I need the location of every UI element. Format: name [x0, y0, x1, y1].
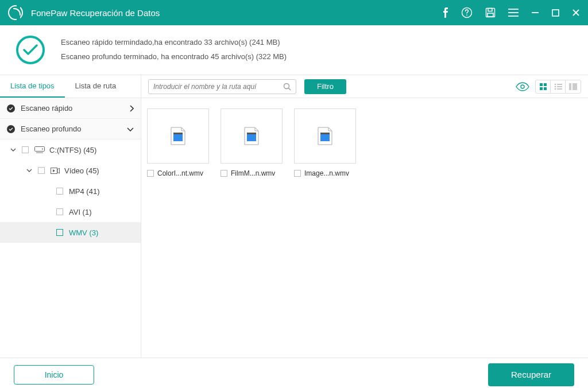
tab-types[interactable]: Lista de tipos — [0, 75, 65, 98]
svg-rect-29 — [572, 83, 577, 90]
tree-avi[interactable]: AVI (1) — [0, 201, 141, 222]
check-badge — [16, 36, 45, 64]
svg-point-15 — [284, 83, 289, 88]
grid-view-icon[interactable] — [536, 80, 551, 93]
checkbox[interactable] — [220, 170, 227, 177]
preview-icon[interactable] — [516, 82, 529, 91]
svg-point-26 — [554, 88, 556, 90]
file-item[interactable]: Image...n.wmv — [294, 108, 356, 177]
tree-deep-label: Escaneo profundo — [21, 125, 82, 133]
svg-rect-2 — [488, 9, 492, 11]
chevron-down-icon — [10, 148, 16, 152]
checkbox[interactable] — [38, 167, 45, 174]
file-grid: ColorI...nt.wmv FilmM...n.wmv Image...n.… — [141, 98, 588, 358]
close-icon[interactable] — [572, 9, 580, 17]
window-controls — [442, 7, 580, 18]
scan-status: Escaneo rápido termindado,ha encontrado … — [0, 25, 588, 75]
drive-icon — [34, 146, 45, 153]
save-icon[interactable] — [485, 7, 496, 18]
svg-rect-18 — [540, 83, 543, 86]
chevron-down-icon — [127, 127, 134, 131]
list-view-icon[interactable] — [551, 80, 566, 93]
facebook-icon[interactable] — [442, 7, 448, 18]
svg-rect-31 — [173, 133, 183, 134]
tree: Escaneo rápido Escaneo profundo C:(NTFS)… — [0, 98, 141, 358]
svg-point-22 — [554, 83, 556, 85]
svg-rect-21 — [544, 87, 547, 90]
recover-button[interactable]: Recuperar — [488, 363, 574, 386]
checkbox[interactable] — [56, 229, 63, 236]
svg-rect-3 — [488, 13, 493, 17]
checkbox[interactable] — [56, 208, 63, 215]
svg-rect-35 — [320, 133, 330, 134]
app-logo — [8, 5, 23, 20]
file-name: Image...n.wmv — [304, 169, 349, 177]
status-quick: Escaneo rápido termindado,ha encontrado … — [61, 36, 287, 50]
tree-mp4-label: MP4 (41) — [69, 187, 99, 196]
svg-rect-8 — [552, 10, 559, 16]
svg-point-24 — [554, 86, 556, 87]
sidebar: Lista de tipos Lista de ruta Escaneo ráp… — [0, 75, 141, 358]
check-dot-icon — [7, 104, 15, 112]
chevron-right-icon — [129, 105, 134, 112]
svg-rect-30 — [173, 134, 183, 141]
search-input[interactable] — [153, 83, 283, 91]
file-name: FilmM...n.wmv — [231, 169, 275, 177]
help-icon[interactable] — [461, 7, 473, 18]
tree-drive[interactable]: C:(NTFS) (45) — [0, 139, 141, 160]
tree-mp4[interactable]: MP4 (41) — [0, 181, 141, 201]
svg-rect-20 — [540, 87, 543, 90]
video-icon — [51, 168, 60, 174]
file-item[interactable]: FilmM...n.wmv — [220, 108, 283, 177]
maximize-icon[interactable] — [552, 9, 559, 17]
app-title: FonePaw Recuperación de Datos — [31, 8, 442, 18]
checkbox[interactable] — [22, 146, 29, 153]
svg-line-16 — [289, 88, 291, 90]
file-item[interactable]: ColorI...nt.wmv — [147, 108, 209, 177]
tree-quick-scan[interactable]: Escaneo rápido — [0, 98, 141, 119]
svg-rect-32 — [247, 134, 256, 141]
minimize-icon[interactable] — [531, 9, 539, 17]
svg-rect-34 — [320, 134, 330, 141]
home-button[interactable]: Inicio — [14, 365, 94, 385]
tab-path[interactable]: Lista de ruta — [65, 75, 127, 98]
search-box[interactable] — [148, 79, 296, 94]
tree-deep-scan[interactable]: Escaneo profundo — [0, 119, 141, 139]
tree-video-label: Vídeo (45) — [64, 166, 99, 175]
svg-point-13 — [42, 149, 43, 150]
checkbox[interactable] — [294, 170, 301, 177]
svg-rect-28 — [569, 83, 571, 90]
main-panel: Filtro ColorI...nt.wmv — [141, 75, 588, 358]
tree-avi-label: AVI (1) — [69, 208, 92, 216]
file-thumb — [294, 108, 356, 164]
footer: Inicio Recuperar — [0, 358, 588, 388]
status-deep: Escaneo profundo terminado, ha encontrad… — [61, 50, 287, 64]
tree-wmv[interactable]: WMV (3) — [0, 222, 141, 243]
view-mode-group — [535, 80, 581, 94]
search-icon[interactable] — [283, 83, 291, 91]
checkbox[interactable] — [147, 170, 154, 177]
svg-rect-33 — [247, 133, 256, 134]
titlebar: FonePaw Recuperación de Datos — [0, 0, 588, 25]
filter-button[interactable]: Filtro — [304, 79, 346, 94]
toolbar: Filtro — [141, 75, 588, 98]
menu-icon[interactable] — [508, 9, 519, 17]
tree-quick-label: Escaneo rápido — [21, 104, 72, 112]
file-thumb — [147, 108, 209, 164]
sidebar-tabs: Lista de tipos Lista de ruta — [0, 75, 141, 98]
file-thumb — [220, 108, 283, 164]
svg-point-17 — [521, 85, 524, 88]
file-name: ColorI...nt.wmv — [157, 169, 203, 177]
tree-wmv-label: WMV (3) — [69, 228, 98, 237]
svg-rect-19 — [544, 83, 547, 86]
check-dot-icon — [7, 125, 15, 133]
tree-drive-label: C:(NTFS) (45) — [49, 146, 96, 154]
tree-video[interactable]: Vídeo (45) — [0, 160, 141, 181]
detail-view-icon[interactable] — [566, 80, 581, 93]
checkbox[interactable] — [56, 188, 63, 195]
chevron-down-icon — [26, 169, 32, 173]
